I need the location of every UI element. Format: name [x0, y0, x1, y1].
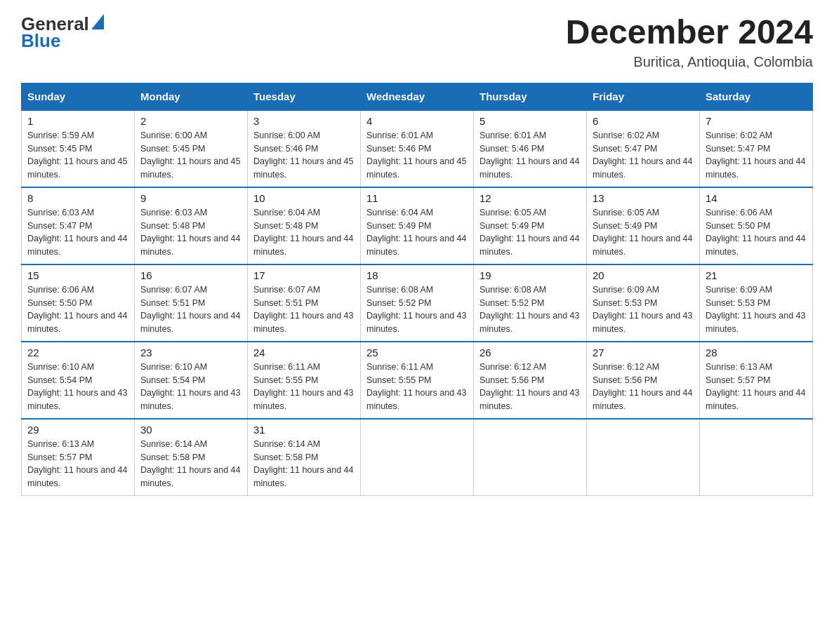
calendar-week-1: 1 Sunrise: 5:59 AMSunset: 5:45 PMDayligh… [22, 110, 813, 187]
day-info: Sunrise: 6:11 AMSunset: 5:55 PMDaylight:… [253, 361, 355, 413]
calendar-week-5: 29 Sunrise: 6:13 AMSunset: 5:57 PMDaylig… [22, 419, 813, 496]
day-header-sunday: Sunday [22, 83, 135, 110]
day-number: 17 [253, 269, 355, 281]
day-number: 7 [706, 115, 807, 127]
day-info: Sunrise: 6:07 AMSunset: 5:51 PMDaylight:… [253, 283, 355, 336]
calendar-cell: 31 Sunrise: 6:14 AMSunset: 5:58 PMDaylig… [248, 419, 361, 496]
calendar-cell: 26 Sunrise: 6:12 AMSunset: 5:56 PMDaylig… [474, 342, 587, 419]
day-header-thursday: Thursday [474, 83, 587, 110]
calendar-cell: 16 Sunrise: 6:07 AMSunset: 5:51 PMDaylig… [135, 264, 248, 342]
day-info: Sunrise: 6:02 AMSunset: 5:47 PMDaylight:… [593, 129, 694, 182]
logo-triangle-icon [91, 14, 104, 32]
calendar-header-row: SundayMondayTuesdayWednesdayThursdayFrid… [22, 83, 813, 110]
day-number: 14 [706, 192, 807, 204]
calendar-cell: 21 Sunrise: 6:09 AMSunset: 5:53 PMDaylig… [700, 264, 813, 342]
day-number: 16 [140, 269, 241, 281]
calendar-cell: 5 Sunrise: 6:01 AMSunset: 5:46 PMDayligh… [474, 110, 587, 187]
day-header-tuesday: Tuesday [248, 83, 361, 110]
calendar-cell: 12 Sunrise: 6:05 AMSunset: 5:49 PMDaylig… [474, 187, 587, 264]
day-number: 19 [479, 269, 581, 281]
calendar-cell: 11 Sunrise: 6:04 AMSunset: 5:49 PMDaylig… [361, 187, 474, 264]
calendar-subtitle: Buritica, Antioquia, Colombia [566, 54, 813, 70]
calendar-title: December 2024 [566, 14, 813, 51]
day-info: Sunrise: 6:03 AMSunset: 5:48 PMDaylight:… [140, 206, 241, 259]
calendar-cell: 1 Sunrise: 5:59 AMSunset: 5:45 PMDayligh… [22, 110, 135, 187]
day-info: Sunrise: 6:06 AMSunset: 5:50 PMDaylight:… [27, 283, 128, 336]
calendar-cell: 23 Sunrise: 6:10 AMSunset: 5:54 PMDaylig… [135, 342, 248, 419]
day-info: Sunrise: 6:00 AMSunset: 5:45 PMDaylight:… [140, 129, 241, 182]
day-info: Sunrise: 6:10 AMSunset: 5:54 PMDaylight:… [140, 361, 241, 413]
day-number: 27 [593, 347, 694, 358]
day-number: 30 [140, 424, 241, 436]
calendar-cell [361, 419, 474, 496]
day-number: 15 [27, 269, 128, 281]
day-number: 26 [479, 347, 581, 358]
calendar-cell: 24 Sunrise: 6:11 AMSunset: 5:55 PMDaylig… [248, 342, 361, 419]
calendar-cell: 2 Sunrise: 6:00 AMSunset: 5:45 PMDayligh… [135, 110, 248, 187]
day-info: Sunrise: 6:05 AMSunset: 5:49 PMDaylight:… [479, 206, 581, 259]
day-info: Sunrise: 6:01 AMSunset: 5:46 PMDaylight:… [366, 129, 468, 182]
calendar-cell: 9 Sunrise: 6:03 AMSunset: 5:48 PMDayligh… [135, 187, 248, 264]
day-info: Sunrise: 6:13 AMSunset: 5:57 PMDaylight:… [27, 438, 128, 490]
day-number: 31 [253, 424, 355, 436]
day-number: 6 [593, 115, 694, 127]
day-info: Sunrise: 6:11 AMSunset: 5:55 PMDaylight:… [366, 361, 468, 413]
day-number: 20 [593, 269, 694, 281]
title-block: December 2024 Buritica, Antioquia, Colom… [566, 14, 813, 70]
calendar-cell [587, 419, 700, 496]
calendar-cell: 3 Sunrise: 6:00 AMSunset: 5:46 PMDayligh… [248, 110, 361, 187]
calendar-cell: 4 Sunrise: 6:01 AMSunset: 5:46 PMDayligh… [361, 110, 474, 187]
calendar-cell: 13 Sunrise: 6:05 AMSunset: 5:49 PMDaylig… [587, 187, 700, 264]
calendar-week-2: 8 Sunrise: 6:03 AMSunset: 5:47 PMDayligh… [22, 187, 813, 264]
day-header-saturday: Saturday [700, 83, 813, 110]
day-info: Sunrise: 6:09 AMSunset: 5:53 PMDaylight:… [706, 283, 807, 336]
day-info: Sunrise: 6:04 AMSunset: 5:49 PMDaylight:… [366, 206, 468, 259]
calendar-week-3: 15 Sunrise: 6:06 AMSunset: 5:50 PMDaylig… [22, 264, 813, 342]
day-number: 2 [140, 115, 241, 127]
day-number: 21 [706, 269, 807, 281]
svg-marker-0 [91, 14, 104, 29]
day-number: 9 [140, 192, 241, 204]
calendar-cell: 27 Sunrise: 6:12 AMSunset: 5:56 PMDaylig… [587, 342, 700, 419]
day-info: Sunrise: 6:01 AMSunset: 5:46 PMDaylight:… [479, 129, 581, 182]
day-number: 23 [140, 347, 241, 358]
calendar-cell: 30 Sunrise: 6:14 AMSunset: 5:58 PMDaylig… [135, 419, 248, 496]
day-info: Sunrise: 6:03 AMSunset: 5:47 PMDaylight:… [27, 206, 128, 259]
calendar-cell: 22 Sunrise: 6:10 AMSunset: 5:54 PMDaylig… [22, 342, 135, 419]
calendar-cell: 29 Sunrise: 6:13 AMSunset: 5:57 PMDaylig… [22, 419, 135, 496]
calendar-cell: 28 Sunrise: 6:13 AMSunset: 5:57 PMDaylig… [700, 342, 813, 419]
day-header-friday: Friday [587, 83, 700, 110]
day-number: 25 [366, 347, 468, 358]
day-info: Sunrise: 6:04 AMSunset: 5:48 PMDaylight:… [253, 206, 355, 259]
day-info: Sunrise: 6:02 AMSunset: 5:47 PMDaylight:… [706, 129, 807, 182]
day-info: Sunrise: 6:05 AMSunset: 5:49 PMDaylight:… [593, 206, 694, 259]
day-info: Sunrise: 6:08 AMSunset: 5:52 PMDaylight:… [479, 283, 581, 336]
day-info: Sunrise: 6:13 AMSunset: 5:57 PMDaylight:… [706, 361, 807, 413]
day-info: Sunrise: 6:08 AMSunset: 5:52 PMDaylight:… [366, 283, 468, 336]
day-number: 12 [479, 192, 581, 204]
day-number: 4 [366, 115, 468, 127]
day-header-monday: Monday [135, 83, 248, 110]
day-info: Sunrise: 6:09 AMSunset: 5:53 PMDaylight:… [593, 283, 694, 336]
day-number: 3 [253, 115, 355, 127]
calendar-cell: 18 Sunrise: 6:08 AMSunset: 5:52 PMDaylig… [361, 264, 474, 342]
calendar-cell [700, 419, 813, 496]
calendar-cell: 20 Sunrise: 6:09 AMSunset: 5:53 PMDaylig… [587, 264, 700, 342]
day-number: 18 [366, 269, 468, 281]
day-info: Sunrise: 6:07 AMSunset: 5:51 PMDaylight:… [140, 283, 241, 336]
day-info: Sunrise: 6:00 AMSunset: 5:46 PMDaylight:… [253, 129, 355, 182]
calendar-cell: 6 Sunrise: 6:02 AMSunset: 5:47 PMDayligh… [587, 110, 700, 187]
day-number: 29 [27, 424, 128, 436]
calendar-cell [474, 419, 587, 496]
day-number: 8 [27, 192, 128, 204]
day-number: 10 [253, 192, 355, 204]
calendar-table: SundayMondayTuesdayWednesdayThursdayFrid… [21, 83, 813, 497]
page-header: General Blue December 2024 Buritica, Ant… [21, 14, 813, 70]
calendar-cell: 14 Sunrise: 6:06 AMSunset: 5:50 PMDaylig… [700, 187, 813, 264]
day-number: 13 [593, 192, 694, 204]
calendar-cell: 19 Sunrise: 6:08 AMSunset: 5:52 PMDaylig… [474, 264, 587, 342]
day-number: 5 [479, 115, 581, 127]
day-header-wednesday: Wednesday [361, 83, 474, 110]
day-number: 28 [706, 347, 807, 358]
calendar-cell: 15 Sunrise: 6:06 AMSunset: 5:50 PMDaylig… [22, 264, 135, 342]
